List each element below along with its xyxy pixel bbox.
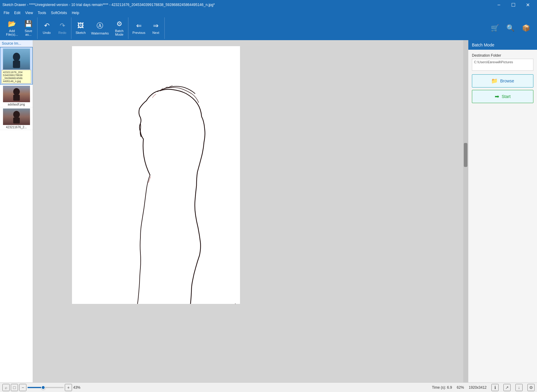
redo-label: Redo [58,31,66,34]
destination-folder-path: C:\Users\Евгений\Pictures [472,59,533,71]
menu-bar: File Edit View Tools SoftOrbits Help [0,10,537,16]
tooltip-text: 423211676_2045340399178838_5928688245864… [3,71,22,83]
next-label: Next [152,31,159,34]
start-arrow-icon: ➡ [495,93,499,100]
filename-tooltip: 423211676_2045340399178838_5928688245864… [2,70,31,84]
batch-mode-label: BatchMode [115,29,124,36]
undo-label: Undo [43,31,51,34]
file-thumb-1 [3,49,30,70]
file-label-3: 423211676_2... [1,126,32,129]
info-button[interactable]: ℹ [491,384,499,391]
toolbar: 📂 AddFile(s)... 💾 Saveas... ↶ Undo ↷ Red… [0,16,537,40]
time-display: Time (s): 6.9 [432,385,452,390]
save-icon: 💾 [24,20,32,28]
next-button[interactable]: ⇒ Next [148,21,163,36]
sketch-svg [72,46,240,304]
share-button[interactable]: ↗ [503,384,511,391]
zoom-controls: ⌕ □ − + 43% [2,384,80,391]
previous-label: Previous [133,31,146,34]
zoom-out-button[interactable]: − [19,384,26,391]
cart-icon: 🛒 [491,24,499,32]
svg-point-7 [13,111,20,118]
add-files-label: AddFile(s)... [6,29,18,36]
batch-mode-panel: Batch Mode Destination Folder C:\Users\Е… [468,40,537,382]
browse-label: Browse [500,79,514,83]
window-title: Sketch Drawer - ****Unregistered version… [2,3,215,7]
sketch-icon: 🖼 [77,22,84,30]
zoom-percent: 43% [73,385,80,390]
restore-button[interactable]: ☐ [506,0,520,10]
status-right: Time (s): 6.9 62% 1920x3412 ℹ ↗ ↓ ⚙ [432,384,535,391]
cube-icon: 📦 [522,24,530,32]
redo-button[interactable]: ↷ Redo [55,21,70,36]
svg-point-1 [13,53,20,61]
add-files-icon: 📂 [8,20,16,28]
svg-rect-5 [13,95,20,101]
batch-content-area: Destination Folder C:\Users\Евгений\Pict… [468,50,537,382]
watermarks-icon: Ⓐ [97,21,103,30]
minimize-button[interactable]: – [492,0,506,10]
window-controls: – ☐ ✕ [492,0,535,10]
zoom-slider-thumb[interactable] [41,385,45,390]
save-as-button[interactable]: 💾 Saveas... [21,19,36,37]
file-sidebar: Source Im... [0,40,33,382]
scrollbar-thumb[interactable] [464,143,467,167]
sketch-button[interactable]: 🖼 Sketch [73,21,88,36]
close-button[interactable]: ✕ [521,0,535,10]
settings-button[interactable]: ⚙ [527,384,535,391]
canvas-area[interactable] [33,40,463,382]
batch-mode-button[interactable]: ⚙ BatchMode [112,19,127,37]
toolbar-file-group: 📂 AddFile(s)... 💾 Saveas... [2,17,38,39]
toolbar-effects-group: 🖼 Sketch Ⓐ Watermarks ⚙ BatchMode [72,17,128,39]
file-label-2: adsfasdf.png [1,103,32,106]
file-item-3[interactable]: 423211676_2... [0,107,33,130]
add-files-button[interactable]: 📂 AddFile(s)... [4,19,20,37]
start-button[interactable]: ➡ Start [472,90,533,103]
menu-tools[interactable]: Tools [35,10,49,16]
vertical-scrollbar[interactable] [463,40,468,382]
toolbar-nav-group: ⇐ Previous ⇒ Next [129,17,165,39]
svg-rect-8 [13,117,20,123]
menu-view[interactable]: View [23,10,35,16]
file-thumb-2 [3,86,30,102]
resolution-display: 1920x3412 [469,385,487,390]
source-panel-header: Source Im... [0,40,33,47]
previous-icon: ⇐ [136,22,142,30]
previous-button[interactable]: ⇐ Previous [130,21,148,36]
undo-button[interactable]: ↶ Undo [39,21,54,36]
batch-mode-icon: ⚙ [116,20,122,28]
cube-icon-button[interactable]: 📦 [518,23,533,33]
download-button[interactable]: ↓ [515,384,523,391]
zoom-actual-button[interactable]: □ [11,384,18,391]
save-label: Saveas... [25,29,32,36]
browse-button[interactable]: 📁 Browse [472,74,533,88]
toolbar-edit-group: ↶ Undo ↷ Redo [38,17,71,39]
watermarks-button[interactable]: Ⓐ Watermarks [89,20,111,36]
cart-icon-button[interactable]: 🛒 [487,23,502,33]
zoom-fit-button[interactable]: ⌕ [2,384,10,391]
svg-point-4 [13,88,20,95]
search-icon-button[interactable]: 🔍 [503,23,518,33]
watermarks-label: Watermarks [91,31,109,35]
menu-softorbits[interactable]: SoftOrbits [49,10,69,16]
status-bar: ⌕ □ − + 43% Time (s): 6.9 62% 1920x3412 … [0,382,537,392]
main-area: Source Im... [0,40,537,382]
undo-icon: ↶ [44,22,50,30]
quality-percent: 62% [457,385,464,390]
zoom-in-button[interactable]: + [65,384,72,391]
destination-folder-label: Destination Folder [472,53,533,58]
batch-mode-title: Batch Mode [468,40,537,50]
file-item-1[interactable]: 423211676_2045340399178838_5928688245864… [0,47,33,85]
file-item-2[interactable]: adsfasdf.png [0,85,33,107]
file-thumb-3 [3,108,30,125]
redo-icon: ↷ [60,22,65,30]
menu-help[interactable]: Help [69,10,82,16]
menu-edit[interactable]: Edit [12,10,23,16]
next-icon: ⇒ [153,22,158,30]
search-icon: 🔍 [506,24,514,32]
toolbar-right-group: 🛒 🔍 📦 [486,17,535,39]
zoom-slider[interactable] [28,387,64,388]
browse-folder-icon: 📁 [491,78,498,84]
sketch-label: Sketch [76,31,86,34]
menu-file[interactable]: File [1,10,12,16]
